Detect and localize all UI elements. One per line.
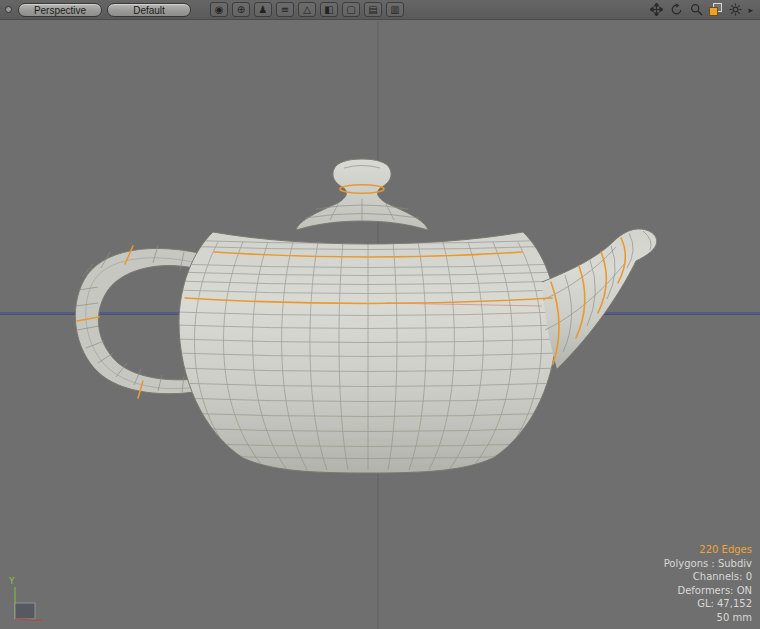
shading-style-button[interactable]: Default xyxy=(107,3,191,17)
viewport-toolbar: Perspective Default ◉ ⊕ ♟ ≡ △ ◧ ▢ ▤ ▥ xyxy=(0,0,760,20)
status-polygons: Polygons : Subdiv xyxy=(664,557,752,571)
wireframe-lines-icon[interactable]: ≡ xyxy=(276,2,294,17)
orbit-icon[interactable] xyxy=(669,3,683,17)
modo-viewport-window: Perspective Default ◉ ⊕ ♟ ≡ △ ◧ ▢ ▤ ▥ xyxy=(0,0,760,629)
environment-globe-icon[interactable]: ⊕ xyxy=(232,2,250,17)
zoom-icon[interactable] xyxy=(689,3,703,17)
gear-icon[interactable] xyxy=(728,3,742,17)
rounded-square-icon[interactable]: ▢ xyxy=(342,2,360,17)
teapot-model[interactable] xyxy=(75,159,656,473)
render-overlay-icon[interactable] xyxy=(709,3,722,16)
status-channels: Channels: 0 xyxy=(664,570,752,584)
teapot-lid xyxy=(296,159,428,230)
status-deformers: Deformers: ON xyxy=(664,584,752,598)
matcap-bust-icon[interactable]: ♟ xyxy=(254,2,272,17)
overlay-front-square xyxy=(709,7,718,16)
view-mode-icons: ◉ ⊕ ♟ ≡ △ ◧ ▢ ▤ ▥ xyxy=(210,2,404,17)
viewport-status-readout: 220 Edges Polygons : Subdiv Channels: 0 … xyxy=(664,543,752,624)
shaded-sphere-icon[interactable]: ◉ xyxy=(210,2,228,17)
view-nav-icons: ▸ xyxy=(649,3,755,17)
teapot-spout xyxy=(542,229,657,369)
axis-plane-square xyxy=(15,603,35,619)
axis-gizmo: Y xyxy=(6,573,56,625)
page-front-icon[interactable]: ▤ xyxy=(364,2,382,17)
status-edge-count: 220 Edges xyxy=(664,543,752,557)
viewport-3d[interactable] xyxy=(0,0,760,629)
axis-y-label: Y xyxy=(8,576,15,586)
viewport-widget-icon[interactable] xyxy=(5,6,12,13)
expand-arrow-icon[interactable]: ▸ xyxy=(748,3,753,17)
page-back-icon[interactable]: ▥ xyxy=(386,2,404,17)
axis-x-line xyxy=(15,619,42,621)
viewport-type-button[interactable]: Perspective xyxy=(18,3,102,17)
uv-grid-icon[interactable]: ◧ xyxy=(320,2,338,17)
topology-triangle-icon[interactable]: △ xyxy=(298,2,316,17)
status-focal-length: 50 mm xyxy=(664,611,752,625)
status-gl-count: GL: 47,152 xyxy=(664,597,752,611)
pan-icon[interactable] xyxy=(649,3,663,17)
